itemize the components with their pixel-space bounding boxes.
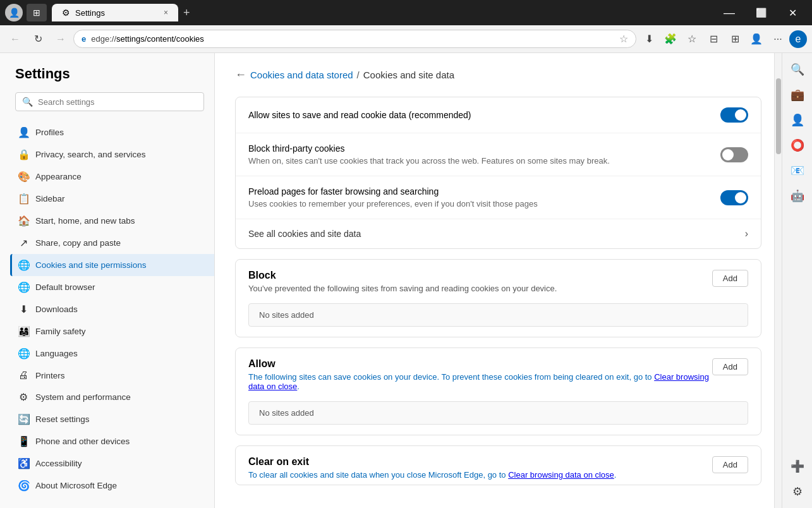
workspaces-btn[interactable]: ⊞ <box>27 4 47 21</box>
minimize-btn[interactable]: — <box>715 4 744 21</box>
clear-exit-desc-link[interactable]: Clear browsing data on close <box>508 470 614 480</box>
extensions-icon[interactable]: 🧩 <box>660 29 681 49</box>
address-bar[interactable]: e edge://settings/content/cookies ☆ <box>73 30 636 48</box>
profile-icon[interactable]: 👤 <box>746 29 767 49</box>
rail-gear-btn[interactable]: ⚙ <box>786 480 809 503</box>
allow-no-sites: No sites added <box>248 401 748 425</box>
breadcrumb-parent[interactable]: Cookies and data stored <box>250 70 353 80</box>
avatar[interactable]: 👤 <box>5 4 23 21</box>
sidebar-label-start-home: Start, home, and new tabs <box>35 216 135 226</box>
clear-exit-desc: To clear all cookies and site data when … <box>248 470 616 480</box>
rail-outlook-btn[interactable]: 📧 <box>786 159 809 182</box>
cookies-icon: 🌐 <box>18 259 29 271</box>
sidebar-label-about: About Microsoft Edge <box>35 481 117 490</box>
new-tab-btn[interactable]: + <box>178 4 195 22</box>
sidebar-item-share-copy[interactable]: ↗ Share, copy and paste <box>10 232 214 254</box>
allow-add-btn[interactable]: Add <box>712 358 748 375</box>
sidebar-item-privacy[interactable]: 🔒 Privacy, search, and services <box>10 143 214 166</box>
preload-pages-title: Preload pages for faster browsing and se… <box>248 186 720 197</box>
clear-exit-card: Clear on exit To clear all cookies and s… <box>235 445 761 485</box>
clear-exit-add-btn[interactable]: Add <box>712 456 748 473</box>
split-screen-icon[interactable]: ⊞ <box>725 29 745 49</box>
settings-sidebar: Settings 🔍 👤 Profiles 🔒 Privacy, search,… <box>0 53 215 508</box>
sidebar-item-default-browser[interactable]: 🌐 Default browser <box>10 276 214 298</box>
sidebar-item-phone[interactable]: 📱 Phone and other devices <box>10 430 214 452</box>
search-input[interactable] <box>38 97 197 107</box>
sidebar-nav: 👤 Profiles 🔒 Privacy, search, and servic… <box>10 121 214 497</box>
tab-close-btn[interactable]: × <box>164 8 168 17</box>
rail-search-btn[interactable]: 🔍 <box>786 58 809 81</box>
clear-exit-title: Clear on exit <box>248 456 616 468</box>
block-add-btn[interactable]: Add <box>712 270 748 287</box>
clear-exit-header-info: Clear on exit To clear all cookies and s… <box>248 456 616 480</box>
rail-briefcase-btn[interactable]: 💼 <box>786 83 809 106</box>
sidebar-item-accessibility[interactable]: ♿ Accessibility <box>10 452 214 475</box>
search-box[interactable]: 🔍 <box>15 92 204 111</box>
sidebar-label-family-safety: Family safety <box>35 327 86 336</box>
sidebar-label-downloads: Downloads <box>35 305 78 314</box>
sidebar-label-appearance: Appearance <box>35 172 82 181</box>
about-icon: 🌀 <box>18 480 29 492</box>
languages-icon: 🌐 <box>18 348 29 360</box>
maximize-btn[interactable]: ⬜ <box>746 4 775 21</box>
close-btn[interactable]: ✕ <box>778 4 807 21</box>
rail-add-btn[interactable]: ➕ <box>786 455 809 478</box>
block-third-party-toggle-knob <box>722 149 734 160</box>
allow-sites-title: Allow sites to save and read cookie data… <box>248 110 720 120</box>
sidebar-item-reset[interactable]: 🔄 Reset settings <box>10 408 214 430</box>
window-action-buttons: — ⬜ ✕ <box>715 4 807 21</box>
sidebar-label-printers: Printers <box>35 371 65 380</box>
default-browser-icon: 🌐 <box>18 281 29 293</box>
sidebar-item-downloads[interactable]: ⬇ Downloads <box>10 298 214 320</box>
clear-exit-desc-end: . <box>614 470 617 480</box>
block-header-info: Block You've prevented the following sit… <box>248 270 557 293</box>
sidebar-item-printers[interactable]: 🖨 Printers <box>10 365 214 386</box>
sidebar-item-start-home[interactable]: 🏠 Start, home, and new tabs <box>10 210 214 232</box>
tab-bar: ⚙ Settings × + <box>52 4 710 22</box>
clear-exit-header: Clear on exit To clear all cookies and s… <box>236 446 761 485</box>
settings-tab[interactable]: ⚙ Settings × <box>52 4 178 21</box>
sidebar-label-profiles: Profiles <box>35 128 64 137</box>
download-icon[interactable]: ⬇ <box>639 29 659 49</box>
refresh-btn[interactable]: ↻ <box>28 29 48 49</box>
cookie-settings-card: Allow sites to save and read cookie data… <box>235 97 761 249</box>
favorites-icon[interactable]: ☆ <box>682 29 702 49</box>
forward-btn[interactable]: → <box>51 29 71 49</box>
block-third-party-row: Block third-party cookies When on, sites… <box>236 133 761 176</box>
sidebar-item-profiles[interactable]: 👤 Profiles <box>10 121 214 143</box>
rail-copilot-btn[interactable]: 🤖 <box>786 184 809 207</box>
sidebar-item-system[interactable]: ⚙ System and performance <box>10 386 214 408</box>
block-desc: You've prevented the following sites fro… <box>248 284 557 293</box>
sidebar-item-sidebar[interactable]: 📋 Sidebar <box>10 188 214 210</box>
see-all-cookies-row[interactable]: See all cookies and site data › <box>236 219 761 248</box>
sidebar-item-cookies[interactable]: 🌐 Cookies and site permissions <box>10 254 214 276</box>
more-menu-btn[interactable]: ··· <box>768 29 788 49</box>
bookmark-icon[interactable]: ☆ <box>619 33 628 45</box>
scrollbar[interactable] <box>774 53 782 508</box>
allow-title: Allow <box>248 358 712 370</box>
printers-icon: 🖨 <box>18 370 29 381</box>
sidebar-item-family-safety[interactable]: 👨‍👩‍👧 Family safety <box>10 320 214 342</box>
breadcrumb: ← Cookies and data stored / Cookies and … <box>235 68 761 82</box>
family-safety-icon: 👨‍👩‍👧 <box>18 325 29 337</box>
block-title: Block <box>248 270 557 281</box>
back-btn[interactable]: ← <box>5 29 25 49</box>
sidebar-rail: 🔍 💼 👤 ⭕ 📧 🤖 ➕ ⚙ <box>782 53 812 508</box>
allow-sites-toggle-knob <box>735 109 746 121</box>
preload-pages-toggle[interactable] <box>720 190 748 205</box>
sidebar-item-about[interactable]: 🌀 About Microsoft Edge <box>10 475 214 497</box>
allow-sites-info: Allow sites to save and read cookie data… <box>248 110 720 120</box>
accessibility-icon: ♿ <box>18 457 29 469</box>
scrollbar-thumb[interactable] <box>776 78 781 154</box>
address-text: edge://settings/content/cookies <box>91 34 614 44</box>
breadcrumb-back-btn[interactable]: ← <box>235 68 246 82</box>
sidebar-item-languages[interactable]: 🌐 Languages <box>10 342 214 365</box>
edge-icon[interactable]: e <box>789 30 807 48</box>
block-third-party-toggle[interactable] <box>720 147 748 162</box>
collections-icon[interactable]: ⊟ <box>703 29 724 49</box>
sidebar-label-reset: Reset settings <box>35 414 90 424</box>
sidebar-item-appearance[interactable]: 🎨 Appearance <box>10 166 214 188</box>
allow-sites-toggle[interactable] <box>720 107 748 123</box>
rail-person-btn[interactable]: 👤 <box>786 109 809 131</box>
rail-circle-btn[interactable]: ⭕ <box>786 134 809 157</box>
